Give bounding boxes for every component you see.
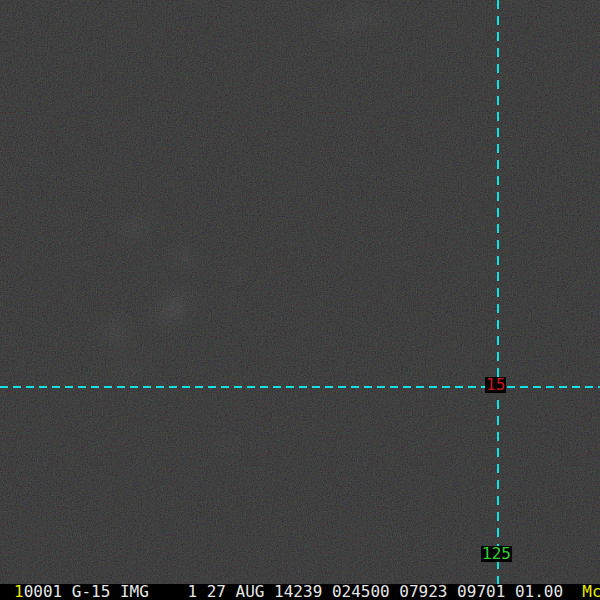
satellite-image-noise-texture [0,0,600,584]
crosshair-column-label: 125 [481,546,512,562]
frame-number-indicator: 1 [14,584,24,600]
mcidas-brand-label: McIDAS [582,584,600,600]
crosshair-row-label: 15 [485,377,506,393]
status-bar: 10001 G-15 IMG 1 27 AUG 14239 024500 079… [0,584,600,600]
crosshair-vertical-line [497,0,499,584]
satellite-image-canvas[interactable]: 15 125 [0,0,600,584]
crosshair-horizontal-line [0,386,600,388]
mcidas-window: 15 125 10001 G-15 IMG 1 27 AUG 14239 024… [0,0,600,600]
image-info-text: 0001 G-15 IMG 1 27 AUG 14239 024500 0792… [24,584,583,600]
